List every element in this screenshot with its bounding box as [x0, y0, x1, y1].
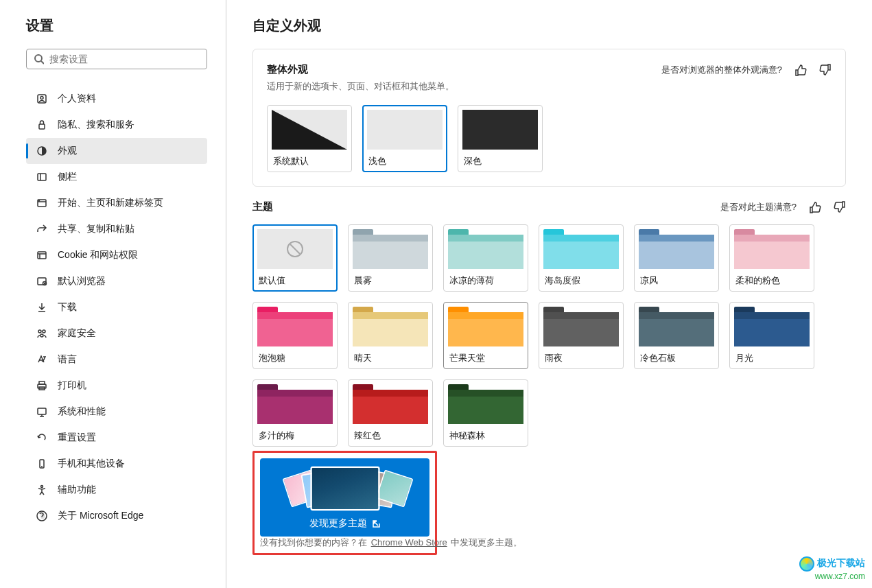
sidebar-item-share[interactable]: 共享、复制和粘贴 — [26, 216, 207, 242]
sidebar-item-cookies[interactable]: Cookie 和网站权限 — [26, 242, 207, 268]
accessibility-icon — [36, 484, 48, 496]
theme-tile-breeze[interactable]: 凉风 — [634, 224, 719, 292]
svg-point-0 — [35, 55, 42, 62]
sidebar-item-label: 语言 — [58, 353, 77, 366]
tile-label: 泡泡糖 — [257, 352, 333, 364]
theme-tile-mint[interactable]: 冰凉的薄荷 — [443, 224, 528, 292]
sidebar-item-label: 家庭安全 — [58, 327, 96, 340]
tile-preview — [367, 110, 443, 150]
overall-appearance-panel: 整体外观 是否对浏览器的整体外观满意? 适用于新的选项卡、页面、对话框和其他菜单… — [252, 49, 846, 187]
tile-preview — [543, 307, 619, 346]
languages-icon — [36, 353, 48, 366]
theme-tile-chili[interactable]: 辣红色 — [348, 379, 433, 447]
sidebar-item-start[interactable]: 开始、主页和新建标签页 — [26, 190, 207, 216]
sidebar-item-appearance[interactable]: 外观 — [26, 138, 207, 164]
chrome-webstore-link[interactable]: Chrome Web Store — [371, 537, 447, 548]
tile-label: 晴天 — [353, 352, 428, 364]
svg-rect-24 — [38, 408, 46, 414]
themes-section: 主题 是否对此主题满意? 默认值晨雾冰凉的薄荷海岛度假凉风柔和的粉色泡泡糖晴天芒… — [252, 200, 846, 555]
theme-tile-bubblegum[interactable]: 泡泡糖 — [252, 302, 338, 369]
sidebar-item-sidebar[interactable]: 侧栏 — [26, 164, 207, 190]
thumbs-up-icon[interactable] — [794, 64, 807, 76]
theme-tile-mango[interactable]: 芒果天堂 — [443, 302, 528, 369]
sidebar-item-label: 手机和其他设备 — [58, 458, 125, 470]
tile-preview — [639, 229, 714, 269]
overall-tile-dark[interactable]: 深色 — [458, 105, 543, 172]
tile-label: 浅色 — [367, 155, 443, 167]
theme-tile-rainy[interactable]: 雨夜 — [539, 302, 624, 369]
theme-tile-softpink[interactable]: 柔和的粉色 — [729, 224, 814, 292]
tile-label: 多汁的梅 — [257, 430, 333, 442]
profile-icon — [36, 93, 48, 105]
tile-label: 柔和的粉色 — [734, 274, 810, 287]
tile-preview — [448, 229, 523, 269]
sidebar-item-about[interactable]: 关于 Microsoft Edge — [26, 503, 207, 529]
thumbs-down-icon[interactable] — [834, 201, 846, 213]
tile-preview — [353, 384, 428, 424]
thumbs-up-icon[interactable] — [809, 201, 821, 213]
search-input[interactable] — [49, 54, 200, 64]
search-box[interactable] — [26, 49, 207, 69]
sidebar-item-label: 系统和性能 — [58, 405, 106, 418]
highlight-annotation: 发现更多主题 没有找到你想要的内容？在 Chrome Web Store 中发现… — [252, 451, 437, 555]
themes-rating: 是否对此主题满意? — [720, 201, 846, 213]
sidebar-item-downloads[interactable]: 下载 — [26, 294, 207, 320]
overall-rating: 是否对浏览器的整体外观满意? — [661, 64, 832, 76]
svg-point-18 — [38, 330, 41, 333]
sidebar-item-reset[interactable]: 重置设置 — [26, 425, 207, 451]
sidebar-item-label: 默认浏览器 — [58, 275, 106, 287]
svg-point-10 — [39, 200, 40, 201]
sidebar-item-system[interactable]: 系统和性能 — [26, 399, 207, 425]
start-icon — [36, 197, 48, 209]
discover-label: 发现更多主题 — [309, 517, 367, 530]
svg-rect-6 — [38, 174, 46, 180]
discover-more-themes[interactable]: 发现更多主题 — [260, 458, 429, 537]
tile-preview — [272, 110, 347, 150]
family-icon — [36, 327, 48, 340]
default-icon — [36, 275, 48, 287]
sidebar-item-family[interactable]: 家庭安全 — [26, 320, 207, 346]
downloads-icon — [36, 301, 48, 314]
tile-label: 月光 — [734, 352, 810, 364]
thumbs-down-icon[interactable] — [819, 64, 832, 76]
sidebar-item-accessibility[interactable]: 辅助功能 — [26, 477, 207, 503]
tile-preview — [353, 307, 428, 346]
overall-rate-label: 是否对浏览器的整体外观满意? — [661, 64, 782, 76]
theme-tile-forest[interactable]: 神秘森林 — [443, 379, 528, 447]
sidebar-item-label: 下载 — [58, 301, 77, 314]
tile-label: 芒果天堂 — [448, 352, 523, 364]
svg-rect-34 — [462, 110, 538, 150]
tile-label: 晨雾 — [353, 274, 428, 287]
theme-tile-island[interactable]: 海岛度假 — [539, 224, 624, 292]
sidebar-item-default[interactable]: 默认浏览器 — [26, 268, 207, 294]
external-link-icon — [371, 519, 381, 528]
sidebar-item-label: 侧栏 — [58, 171, 77, 183]
theme-tile-mist[interactable]: 晨雾 — [348, 224, 433, 292]
overall-tile-light[interactable]: 浅色 — [362, 105, 447, 172]
theme-tile-sunny[interactable]: 晴天 — [348, 302, 433, 369]
tile-preview — [257, 307, 333, 346]
sidebar-item-label: 隐私、搜索和服务 — [58, 119, 134, 131]
sidebar-item-privacy[interactable]: 隐私、搜索和服务 — [26, 112, 207, 138]
tile-label: 冷色石板 — [639, 352, 714, 364]
tile-preview — [353, 229, 428, 269]
sidebar-item-profile[interactable]: 个人资料 — [26, 86, 207, 112]
svg-point-29 — [41, 486, 43, 488]
svg-rect-4 — [39, 124, 45, 129]
about-icon — [36, 510, 48, 522]
sidebar-item-label: 关于 Microsoft Edge — [58, 510, 143, 522]
tile-preview — [257, 384, 333, 424]
sidebar-item-phone[interactable]: 手机和其他设备 — [26, 451, 207, 477]
svg-rect-11 — [38, 252, 46, 259]
theme-tile-slate[interactable]: 冷色石板 — [634, 302, 719, 369]
sidebar-item-printers[interactable]: 打印机 — [26, 373, 207, 399]
sidebar-item-label: 开始、主页和新建标签页 — [58, 197, 163, 209]
sidebar-item-languages[interactable]: 语言 — [26, 346, 207, 373]
theme-tile-moon[interactable]: 月光 — [729, 302, 814, 369]
theme-tile-plum[interactable]: 多汁的梅 — [252, 379, 338, 447]
sidebar-item-label: 外观 — [58, 145, 77, 157]
overall-tiles: 系统默认浅色深色 — [267, 105, 832, 172]
theme-tile-default[interactable]: 默认值 — [252, 224, 338, 292]
overall-tile-system[interactable]: 系统默认 — [267, 105, 352, 172]
footnote: 没有找到你想要的内容？在 Chrome Web Store 中发现更多主题。 — [260, 537, 497, 549]
